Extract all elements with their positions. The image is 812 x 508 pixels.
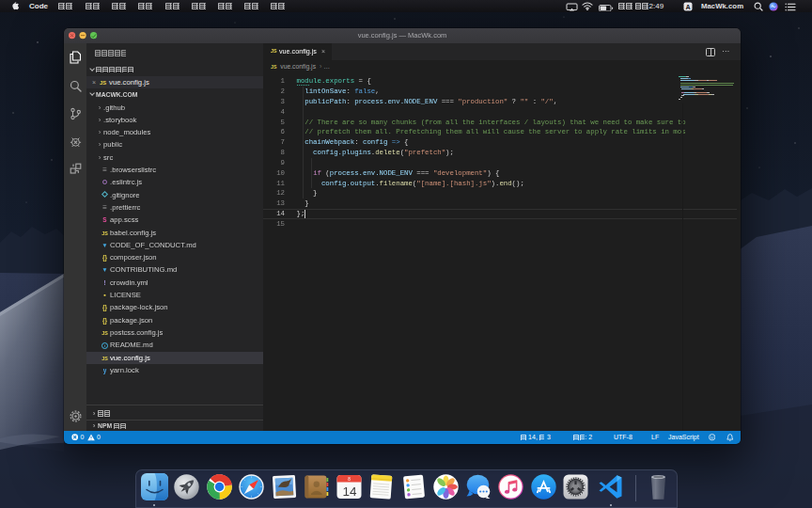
svg-text:14: 14 [342,484,357,499]
svg-text:A: A [685,3,690,11]
svg-text:8: 8 [348,477,351,482]
